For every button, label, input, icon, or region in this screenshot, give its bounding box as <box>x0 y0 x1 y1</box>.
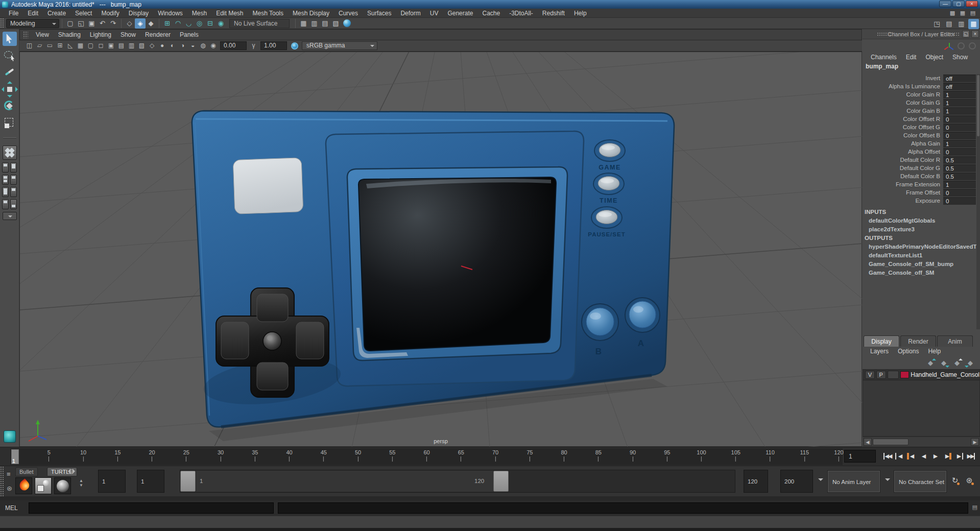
panel-menu-item[interactable]: View <box>31 30 54 39</box>
persp-graph-layout-button[interactable] <box>2 175 9 185</box>
workspace-grid-icon[interactable]: ▩ <box>948 9 957 17</box>
scroll-right-icon[interactable]: ▶ <box>971 438 979 446</box>
layer-editor-menu-item[interactable]: Layers <box>866 347 893 357</box>
character-set-selector[interactable]: No Character Set <box>894 471 946 492</box>
playback-end-field[interactable]: 120 <box>744 470 768 493</box>
restore-button[interactable]: ▢ <box>952 1 965 7</box>
chevron-down-icon[interactable] <box>885 478 890 484</box>
persp-outliner-layout-button[interactable] <box>10 162 17 173</box>
menu-item[interactable]: Generate <box>443 9 477 18</box>
four-view-layout-button[interactable] <box>2 162 9 173</box>
menu-item[interactable]: Create <box>43 9 70 18</box>
layer-editor-tab[interactable]: Anim <box>937 335 973 347</box>
safe-action-icon[interactable]: ▥ <box>127 41 136 51</box>
graph-editor-layout-button[interactable] <box>10 199 17 209</box>
pop-out-icon[interactable]: ◱ <box>962 30 970 38</box>
channel-box-icon[interactable]: ▦ <box>968 19 979 29</box>
timeline-tick[interactable]: 110 <box>766 449 775 462</box>
chevron-down-icon[interactable] <box>818 478 823 484</box>
attribute-value-field[interactable]: 1 <box>943 107 976 115</box>
timeline-tick[interactable]: 75 <box>527 449 533 462</box>
select-by-component-icon[interactable]: ◆ <box>146 18 156 29</box>
channel-box-menu-item[interactable]: Channels <box>867 53 901 62</box>
menu-item[interactable]: Surfaces <box>363 9 396 18</box>
animation-preferences-icon[interactable]: ⊛ <box>964 475 974 486</box>
output-node-item[interactable]: Game_Console_off_SM_bump <box>863 260 980 269</box>
gear-icon[interactable]: ⊛ <box>7 485 12 492</box>
safe-title-icon[interactable]: ▧ <box>137 41 147 51</box>
horizontal-scrollbar[interactable]: ◀ ▶ <box>863 437 980 447</box>
menu-item[interactable]: Mesh Tools <box>248 9 288 18</box>
step-back-key-button[interactable]: ◀ <box>906 449 917 463</box>
menu-item[interactable]: Edit Mesh <box>211 9 248 18</box>
timeline-tick[interactable]: 115 <box>800 449 809 462</box>
range-start-handle[interactable] <box>180 471 196 492</box>
command-input-field[interactable] <box>29 502 274 514</box>
tool-settings-icon[interactable]: ▥ <box>956 19 967 29</box>
timeline-tick[interactable]: 60 <box>423 449 429 462</box>
undo-icon[interactable]: ↶ <box>97 18 108 29</box>
render-settings-icon[interactable]: ▧ <box>330 18 341 29</box>
move-layer-up-icon[interactable]: ◆ <box>926 358 935 368</box>
channel-box-menu-item[interactable]: Object <box>921 53 947 62</box>
go-to-start-button[interactable]: ◀◀ <box>882 449 894 463</box>
shelf-item-primitives[interactable] <box>35 477 52 494</box>
input-node-item[interactable]: defaultColorMgtGlobals <box>863 216 980 225</box>
attribute-value-field[interactable]: 1 <box>943 181 976 188</box>
timeline-tick[interactable]: 45 <box>321 449 327 462</box>
output-node-item[interactable]: hyperShadePrimaryNodeEditorSavedT... <box>863 243 980 251</box>
time-slider-track[interactable]: 1 51015202530354045505560657075808590951… <box>10 448 843 465</box>
timeline-tick[interactable]: 55 <box>389 449 395 462</box>
scrollbar-thumb[interactable] <box>873 439 909 445</box>
menu-item[interactable]: Mesh Display <box>288 9 334 18</box>
hypershade-persp-layout-button[interactable] <box>10 175 17 185</box>
play-backwards-button[interactable]: ◀ <box>918 449 929 463</box>
timeline-tick[interactable]: 120 <box>834 449 843 462</box>
timeline-tick[interactable]: 10 <box>80 449 86 462</box>
timeline-tick[interactable]: 85 <box>595 449 602 462</box>
timeline-tick[interactable]: 95 <box>664 449 670 462</box>
2d-pan-zoom-icon[interactable]: ⊞ <box>55 41 65 51</box>
snap-to-projected-center-icon[interactable]: ◎ <box>194 18 205 29</box>
scrollbar-thumb[interactable] <box>977 75 979 136</box>
attribute-value-field[interactable]: 1 <box>943 140 976 148</box>
menu-item[interactable]: Select <box>70 9 97 18</box>
shelf-item-sphere[interactable] <box>54 477 71 494</box>
layer-name[interactable]: Handheld_Game_Consol <box>911 371 979 378</box>
auto-keyframe-icon[interactable]: ↻ <box>950 475 960 486</box>
range-slider-track[interactable]: 1 120 <box>180 470 735 493</box>
animation-end-field[interactable]: 200 <box>780 470 813 493</box>
attribute-value-field[interactable]: 1 <box>943 91 976 99</box>
title-bar[interactable]: Autodesk Maya 2016: untitled* --- bump_m… <box>0 0 980 9</box>
select-by-hierarchy-icon[interactable]: ◇ <box>124 18 135 29</box>
menu-item[interactable]: Edit <box>23 9 43 18</box>
layer-editor-menu-item[interactable]: Help <box>923 347 945 357</box>
field-chart-icon[interactable]: ▤ <box>116 41 126 51</box>
make-live-icon[interactable]: ◉ <box>216 18 226 29</box>
rotate-tool-button[interactable] <box>3 99 17 113</box>
attribute-editor-icon[interactable]: ▤ <box>944 19 954 29</box>
select-by-object-icon[interactable]: ◈ <box>135 18 146 29</box>
open-scene-icon[interactable]: ◱ <box>76 18 86 29</box>
color-management-icon[interactable] <box>291 42 298 50</box>
speed-fast-icon[interactable] <box>969 42 976 50</box>
panel-header[interactable]: Channel Box / Layer Editor ◱ × <box>863 29 980 39</box>
panel-menu-item[interactable]: Panels <box>175 30 203 39</box>
new-scene-icon[interactable]: ▢ <box>65 18 76 29</box>
current-time-field[interactable]: 1 <box>844 450 876 463</box>
attribute-value-field[interactable]: 0.5 <box>943 173 976 180</box>
redo-icon[interactable]: ↷ <box>108 18 118 29</box>
render-current-frame-icon[interactable]: ▥ <box>309 18 320 29</box>
close-button[interactable]: × <box>966 1 978 7</box>
layer-editor-tab[interactable]: Render <box>900 335 936 347</box>
panel-drag-handle[interactable] <box>23 31 28 38</box>
outliner-persp-layout-button[interactable] <box>10 187 17 197</box>
range-end-handle[interactable] <box>493 471 509 492</box>
image-plane-icon[interactable]: ▭ <box>45 41 55 51</box>
timeline-tick[interactable]: 5 <box>47 449 51 462</box>
menu-item[interactable]: Deform <box>396 9 425 18</box>
snap-to-points-icon[interactable]: ◡ <box>183 18 194 29</box>
camera-attributes-icon[interactable]: ◫ <box>25 41 34 51</box>
timeline-tick[interactable]: 20 <box>149 449 155 462</box>
node-name[interactable]: bump_map <box>866 63 898 70</box>
